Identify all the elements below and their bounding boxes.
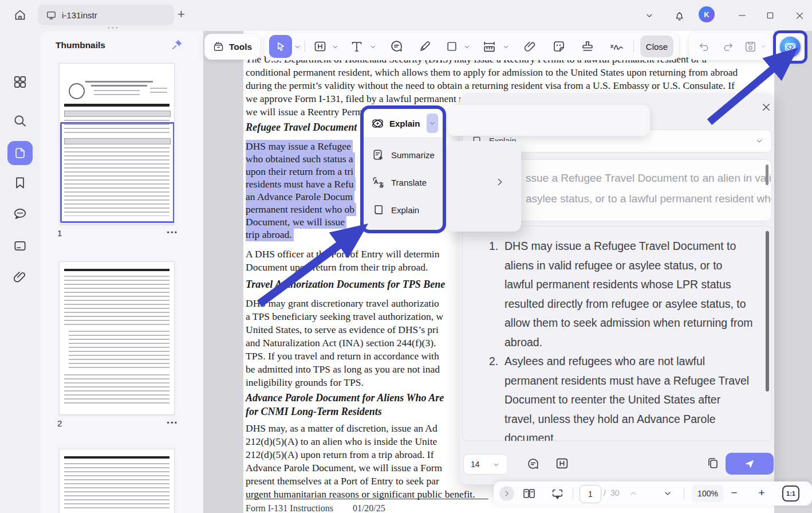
home-button[interactable]: [9, 6, 31, 24]
redo-button[interactable]: [718, 33, 738, 60]
sidebar-item-comments[interactable]: [13, 206, 27, 221]
ai-response-box[interactable]: DHS may issue a Refugee Travel Document …: [462, 226, 772, 441]
attach-tool-button[interactable]: [520, 33, 541, 60]
menu-item-translate[interactable]: Translate: [364, 169, 443, 196]
thumbnails-panel: ••• Thumbnails 1 ••• 2 •••: [40, 31, 203, 513]
zoom-in-button[interactable]: +: [755, 487, 768, 499]
select-tool-dropdown[interactable]: [292, 33, 302, 60]
notifications-button[interactable]: [671, 8, 687, 23]
summarize-icon: [372, 148, 385, 162]
measure-dropdown[interactable]: [500, 33, 511, 60]
doc-line: DHS may grant discretionary travel autho…: [246, 297, 443, 310]
doc-line: 212(d)(5)(A) upon return from a trip abr…: [246, 448, 475, 461]
highlight-dropdown[interactable]: [330, 33, 340, 60]
text-dropdown[interactable]: [368, 33, 378, 60]
highlighted-paragraph[interactable]: DHS may issue a Refugee who obtained suc…: [246, 140, 356, 241]
next-page-button[interactable]: [663, 489, 672, 498]
snapshot-icon: [13, 238, 27, 253]
chevron-right-icon[interactable]: [494, 177, 505, 187]
doc-line: an Advance Parole Docum: [246, 190, 356, 203]
close-toolbar-button[interactable]: Close: [640, 36, 673, 57]
scroll-view-button[interactable]: [547, 487, 567, 501]
page-thumbnail-2[interactable]: [59, 261, 175, 415]
previous-page-button[interactable]: [629, 489, 638, 498]
save-icon: [744, 40, 757, 53]
undo-button[interactable]: [693, 33, 714, 60]
ai-action-popup: Explain Summarize Translate Explain: [360, 105, 446, 233]
actual-size-button[interactable]: 1:1: [782, 485, 799, 502]
page-number-input[interactable]: 1: [580, 485, 601, 503]
popup-dropdown-toggle[interactable]: [427, 113, 438, 133]
thumbnail-menu-1[interactable]: •••: [167, 228, 178, 237]
panel-close-button[interactable]: [760, 101, 772, 113]
two-page-view-button[interactable]: [520, 487, 538, 500]
doc-line: Document, we will issue: [246, 216, 356, 228]
page-thumbnail-1[interactable]: [59, 63, 175, 225]
select-tool-button[interactable]: [269, 35, 292, 58]
panel-title: Thumbnails: [56, 40, 105, 50]
doc-line: A DHS officer at the Port of Entry will …: [246, 248, 439, 261]
save-dropdown[interactable]: [759, 33, 768, 60]
save-button[interactable]: [742, 33, 759, 60]
quote-lines: ssue a Refugee Travel Document to an ali…: [526, 168, 772, 209]
shapes-dropdown[interactable]: [462, 33, 472, 60]
sidebar-item-snapshot[interactable]: [13, 238, 27, 253]
submenu-flyout[interactable]: [446, 141, 521, 232]
popup-primary-action[interactable]: Explain: [364, 109, 443, 138]
sidebar-item-thumbnails[interactable]: [7, 141, 33, 165]
tools-button[interactable]: Tools: [204, 34, 260, 60]
sidebar-item-search[interactable]: [13, 113, 27, 128]
font-size-select[interactable]: 14: [463, 454, 508, 475]
ruler-icon: [482, 40, 496, 54]
pencil-tool-button[interactable]: [415, 33, 435, 60]
shapes-tool-button[interactable]: [443, 33, 460, 60]
maximize-button[interactable]: [762, 8, 778, 23]
zoom-out-button[interactable]: −: [727, 487, 741, 499]
chevron-down-icon: [645, 11, 654, 20]
text-icon: [350, 40, 364, 53]
sidebar-item-panels[interactable]: [13, 75, 27, 89]
text-tool-button[interactable]: [347, 33, 366, 60]
panel-drag-handle[interactable]: •••: [108, 24, 120, 31]
selected-text: permanent resident who ob: [246, 203, 356, 216]
menu-item-summarize[interactable]: Summarize: [364, 141, 443, 169]
highlight-button[interactable]: [555, 456, 569, 471]
paragraph: DHS may grant discretionary travel autho…: [246, 297, 443, 389]
stamp-tool-button[interactable]: [577, 33, 598, 60]
sticker-tool-button[interactable]: [549, 33, 569, 60]
zoom-level[interactable]: 100%: [692, 485, 724, 502]
add-comment-button[interactable]: [526, 457, 540, 471]
document-tab[interactable]: i-131instr: [38, 5, 174, 25]
minimize-button[interactable]: [734, 8, 750, 23]
monitor-icon: [46, 10, 57, 21]
measure-tool-button[interactable]: [479, 33, 499, 60]
pin-icon[interactable]: [171, 39, 183, 53]
menu-item-label: Summarize: [391, 150, 435, 160]
sidebar-item-bookmarks[interactable]: [13, 175, 27, 190]
doc-line: be admitted into TPS as long as you are …: [246, 363, 443, 376]
signature-tool-button[interactable]: [605, 33, 629, 60]
send-button[interactable]: [726, 453, 774, 475]
response-scrollbar[interactable]: [766, 231, 769, 391]
new-tab-button[interactable]: +: [178, 7, 185, 22]
close-window-button[interactable]: [791, 8, 807, 23]
undo-icon: [697, 40, 711, 53]
comment-icon: [526, 457, 540, 471]
sidebar-item-attachments[interactable]: [13, 269, 27, 284]
doc-line: for CNMI Long-Term Residents: [246, 405, 444, 418]
footer-form-name: Form I-131 Instructions: [246, 503, 333, 513]
ai-response-item: DHS may issue a Refugee Travel Document …: [489, 237, 754, 352]
menu-item-explain[interactable]: Explain: [364, 196, 443, 224]
avatar[interactable]: K: [699, 6, 715, 22]
expand-bar-button[interactable]: [499, 486, 514, 501]
page-thumbnail-3[interactable]: [59, 449, 175, 513]
page-footer: Form I-131 Instructions 01/20/25: [246, 503, 385, 513]
menu-item-label: Translate: [391, 178, 427, 187]
comment-tool-button[interactable]: [386, 33, 407, 60]
selected-text: trip abroad.: [246, 228, 294, 241]
thumbnail-menu-2[interactable]: •••: [167, 418, 178, 427]
copy-button[interactable]: [706, 456, 720, 470]
highlight-tool-button[interactable]: [310, 33, 330, 60]
collapse-toolbar-button[interactable]: [641, 8, 657, 23]
quote-scrollbar[interactable]: [766, 165, 768, 185]
